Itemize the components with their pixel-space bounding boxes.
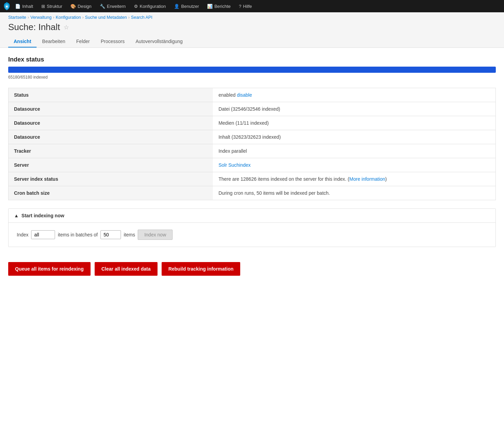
table-value-7: During cron runs, 50 items will be index… [213,186,495,200]
tab-ansicht[interactable]: Ansicht [8,36,37,47]
batches-size-input[interactable] [100,230,121,239]
breadcrumb-separator: › [53,15,54,20]
main-content: Index status 65180/65180 indexed Statuse… [0,48,504,289]
items-suffix-label: items [124,232,135,237]
tab-bearbeiten[interactable]: Bearbeiten [37,36,71,47]
hilfe-nav-label: Hilfe [243,4,252,9]
table-label-6: Server index status [9,172,213,186]
table-row: DatasourceDatei (32546/32546 indexed) [9,102,496,116]
rebuild-tracking-button[interactable]: Rebuild tracking information [162,262,241,276]
collapse-icon: ▲ [14,213,19,218]
breadcrumb-item-4[interactable]: Search API [131,15,152,20]
nav-item-erweitern[interactable]: 🔧Erweitern [96,0,130,12]
page-title: Suche: Inhalt [8,22,60,32]
table-value-4: Index parallel [213,144,495,158]
table-value-6: There are 128626 items indexed on the se… [213,172,495,186]
batches-label-text: items in batches of [58,232,98,237]
inhalt-nav-label: Inhalt [22,4,33,9]
table-label-1: Datasource [9,102,213,116]
table-label-0: Status [9,88,213,102]
table-row: Statusenabled disable [9,88,496,102]
hilfe-nav-icon: ? [239,4,241,9]
erweitern-nav-icon: 🔧 [100,4,105,9]
design-nav-icon: 🎨 [70,4,76,9]
berichte-nav-label: Berichte [214,4,231,9]
struktur-nav-label: Struktur [47,4,63,9]
index-label-text: Index [17,232,28,237]
nav-item-struktur[interactable]: ⊞Struktur [37,0,67,12]
progress-label: 65180/65180 indexed [8,75,496,80]
table-row: ServerSolr Suchindex [9,158,496,172]
index-now-button[interactable]: Index now [138,230,173,240]
nav-items: 📄Inhalt⊞Struktur🎨Design🔧Erweitern⚙Konfig… [11,0,256,12]
svg-point-0 [6,6,8,8]
index-items-input[interactable] [31,230,55,239]
progress-bar-background [8,67,496,73]
konfiguration-nav-icon: ⚙ [134,4,138,9]
nav-item-benutzer[interactable]: 👤Benutzer [170,0,203,12]
info-table: Statusenabled disableDatasourceDatei (32… [8,88,496,200]
erweitern-nav-label: Erweitern [107,4,126,9]
index-status-title: Index status [8,56,496,63]
indexing-panel-body: Index items in batches of items Index no… [9,223,495,247]
tab-autovervollstandigung[interactable]: Autovervollständigung [130,36,188,47]
indexing-panel: ▲ Start indexing now Index items in batc… [8,208,496,247]
breadcrumb-item-3[interactable]: Suche und Metadaten [85,15,127,20]
tab-bar: AnsichtBearbeitenFelderProcessorsAutover… [8,36,496,47]
tab-felder[interactable]: Felder [71,36,95,47]
table-value-1: Datei (32546/32546 indexed) [213,102,495,116]
nav-item-design[interactable]: 🎨Design [66,0,95,12]
nav-item-konfiguration[interactable]: ⚙Konfiguration [130,0,170,12]
table-row: Cron batch sizeDuring cron runs, 50 item… [9,186,496,200]
benutzer-nav-icon: 👤 [174,4,179,9]
tab-processors[interactable]: Processors [95,36,130,47]
index-status-section: Index status 65180/65180 indexed [8,56,496,80]
indexing-panel-title: Start indexing now [22,213,64,218]
favorite-star-icon[interactable]: ☆ [64,24,69,31]
table-link-0[interactable]: disable [237,92,252,98]
breadcrumb: Startseite›Verwaltung›Konfiguration›Such… [8,15,496,20]
table-row: TrackerIndex parallel [9,144,496,158]
konfiguration-nav-label: Konfiguration [140,4,166,9]
page-title-container: Suche: Inhalt ☆ [8,22,496,32]
table-value-3: Inhalt (32623/32623 indexed) [213,130,495,144]
breadcrumb-bar: Startseite›Verwaltung›Konfiguration›Such… [0,12,504,48]
table-row: DatasourceMedien (11/11 indexed) [9,116,496,130]
berichte-nav-icon: 📊 [207,4,213,9]
table-value-5: Solr Suchindex [213,158,495,172]
table-label-5: Server [9,158,213,172]
breadcrumb-item-1[interactable]: Verwaltung [30,15,52,20]
table-label-3: Datasource [9,130,213,144]
breadcrumb-separator: › [28,15,29,20]
action-buttons-bar: Queue all items for reindexingClear all … [8,257,496,281]
nav-item-inhalt[interactable]: 📄Inhalt [11,0,37,12]
breadcrumb-separator: › [82,15,84,20]
breadcrumb-item-0[interactable]: Startseite [8,15,26,20]
design-nav-label: Design [78,4,91,9]
inhalt-nav-icon: 📄 [15,4,21,9]
table-value-0: enabled disable [213,88,495,102]
breadcrumb-item-2[interactable]: Konfiguration [56,15,81,20]
top-navigation: 📄Inhalt⊞Struktur🎨Design🔧Erweitern⚙Konfig… [0,0,504,12]
struktur-nav-icon: ⊞ [41,4,45,9]
table-link-6[interactable]: More information [349,176,385,182]
table-row: Server index statusThere are 128626 item… [9,172,496,186]
queue-reindex-button[interactable]: Queue all items for reindexing [8,262,91,276]
table-label-7: Cron batch size [9,186,213,200]
indexing-panel-header[interactable]: ▲ Start indexing now [9,209,495,223]
table-label-2: Datasource [9,116,213,130]
drupal-logo [3,2,11,10]
benutzer-nav-label: Benutzer [181,4,199,9]
breadcrumb-separator: › [128,15,130,20]
progress-bar-fill [8,67,496,73]
nav-item-hilfe[interactable]: ?Hilfe [235,0,256,12]
nav-item-berichte[interactable]: 📊Berichte [203,0,235,12]
table-row: DatasourceInhalt (32623/32623 indexed) [9,130,496,144]
table-value-2: Medien (11/11 indexed) [213,116,495,130]
clear-data-button[interactable]: Clear all indexed data [95,262,158,276]
table-label-4: Tracker [9,144,213,158]
table-link-5[interactable]: Solr Suchindex [218,162,250,168]
